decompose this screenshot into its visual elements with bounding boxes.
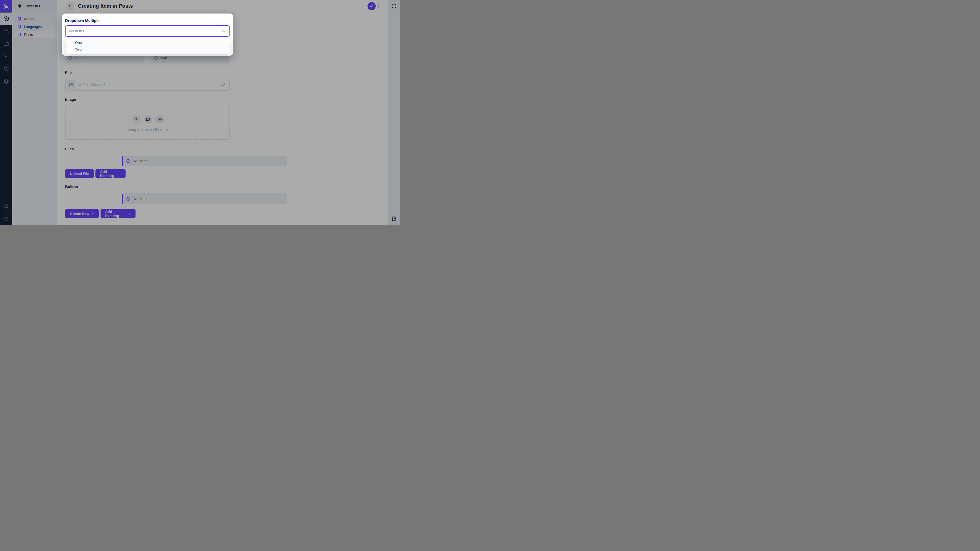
dropdown-multiple-label: Dropdown Multiple: [65, 18, 100, 23]
select-value: No Items: [69, 29, 84, 33]
option-two[interactable]: Two: [66, 46, 230, 53]
chevron-up-icon: [221, 29, 226, 34]
dropdown-options-menu: One Two: [65, 38, 230, 54]
option-one[interactable]: One: [66, 39, 230, 46]
checkbox-unchecked-icon[interactable]: [68, 41, 72, 44]
directus-app: Directus Author Languages Po: [0, 0, 400, 225]
checkbox-unchecked-icon[interactable]: [68, 48, 72, 51]
dropdown-multiple-select[interactable]: No Items: [65, 25, 230, 37]
